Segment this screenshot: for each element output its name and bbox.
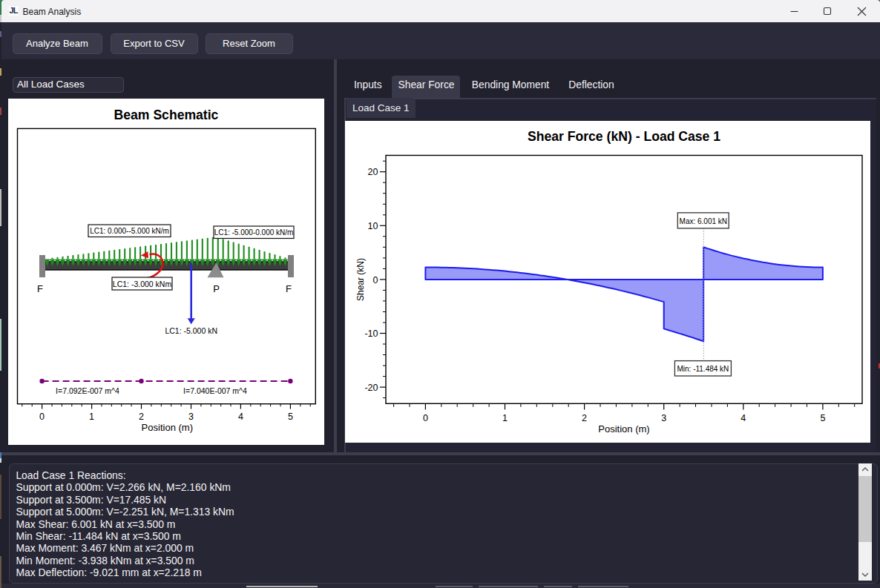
svg-text:0: 0 [39,412,45,422]
svg-text:Max: 6.001 kN: Max: 6.001 kN [680,217,727,225]
svg-text:0: 0 [373,274,378,285]
svg-text:3: 3 [661,413,666,423]
svg-text:F: F [286,283,292,294]
svg-text:P: P [213,283,220,294]
svg-text:5: 5 [820,413,825,423]
svg-text:I=7.092E-007 m^4: I=7.092E-007 m^4 [56,386,119,395]
svg-text:5: 5 [288,412,293,422]
svg-text:LC1: -5.000 kN: LC1: -5.000 kN [165,326,217,335]
svg-text:10: 10 [368,220,378,231]
svg-text:Position (m): Position (m) [142,422,193,433]
svg-text:LC1: -5.000-0.000 kN/m: LC1: -5.000-0.000 kN/m [214,228,294,237]
svg-text:4: 4 [741,413,746,423]
svg-text:2: 2 [139,412,144,422]
svg-text:LC1: -3.000 kNm: LC1: -3.000 kNm [113,280,172,288]
svg-text:-10: -10 [364,328,378,339]
svg-text:2: 2 [582,413,587,423]
svg-text:20: 20 [368,167,378,177]
svg-text:3: 3 [188,412,194,422]
svg-text:Shear Force (kN) - Load Case 1: Shear Force (kN) - Load Case 1 [528,129,720,144]
svg-text:4: 4 [238,412,243,422]
svg-text:Shear (kN): Shear (kN) [355,257,366,300]
svg-text:1: 1 [89,412,94,422]
svg-text:I=7.040E-007 m^4: I=7.040E-007 m^4 [183,386,247,395]
svg-text:Beam Schematic: Beam Schematic [114,108,219,122]
svg-text:1: 1 [502,413,508,423]
svg-text:-20: -20 [364,382,378,392]
svg-text:LC1: 0.000--5.000 kN/m: LC1: 0.000--5.000 kN/m [90,227,169,235]
svg-text:F: F [37,283,43,294]
svg-text:Min: -11.484 kN: Min: -11.484 kN [677,364,729,372]
svg-text:Position (m): Position (m) [598,423,649,434]
svg-text:0: 0 [423,413,428,423]
